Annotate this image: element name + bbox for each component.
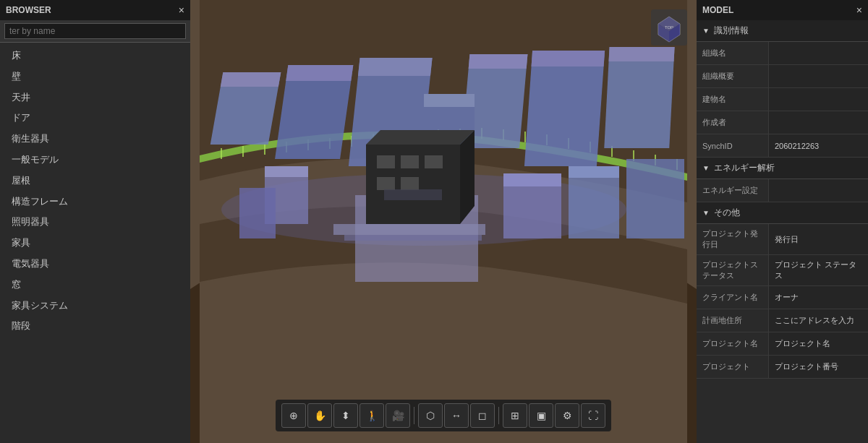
prop-label: クライアント名 (697, 286, 769, 309)
section-label: その他 (714, 207, 740, 219)
model-header: MODEL × (697, 0, 868, 20)
tree-item[interactable]: 天井 (0, 87, 190, 108)
search-box (0, 20, 190, 43)
toolbar-btn-sheets[interactable]: ▣ (529, 403, 553, 428)
prop-value[interactable]: ここにアドレスを入力 (769, 309, 868, 332)
svg-rect-53 (239, 188, 276, 238)
prop-row: プロジェクトステータスプロジェクト ステータス (697, 255, 868, 286)
svg-rect-29 (358, 58, 433, 76)
tree-item[interactable]: 家具 (0, 233, 190, 254)
prop-row: クライアント名オーナ (697, 286, 868, 309)
prop-row: 作成者 (697, 111, 868, 134)
toolbar-btn-camera[interactable]: 🎥 (386, 403, 410, 428)
tree-item[interactable]: 構造フレーム (0, 192, 190, 212)
tree-item[interactable]: ドア (0, 108, 190, 129)
prop-value[interactable] (769, 65, 868, 87)
tree-list: 床壁天井ドア衛生器具一般モデル屋根構造フレーム照明器具家具電気器具窓家具システム… (0, 43, 190, 443)
svg-rect-46 (377, 177, 395, 190)
svg-rect-47 (401, 177, 419, 190)
prop-value[interactable] (769, 88, 868, 111)
svg-rect-43 (377, 155, 395, 168)
section-header-energy[interactable]: ▼エネルギー解析 (697, 158, 868, 179)
tree-item[interactable]: 衛生器具 (0, 129, 190, 150)
bottom-toolbar: ⊕✋⬍🚶🎥⬡↔◻⊞▣⚙⛶ (276, 400, 611, 431)
toolbar-btn-model-box[interactable]: ◻ (470, 403, 495, 428)
toolbar-btn-levels[interactable]: ⊞ (503, 403, 527, 428)
prop-value[interactable] (769, 179, 868, 202)
svg-text:TOP: TOP (665, 25, 673, 30)
svg-rect-31 (469, 54, 528, 69)
svg-rect-49 (333, 224, 485, 235)
section-header-other[interactable]: ▼その他 (697, 202, 868, 224)
section-header-identification[interactable]: ▼識別情報 (697, 20, 868, 42)
toolbar-btn-pan[interactable]: ✋ (307, 403, 332, 428)
prop-label: プロジェクト (697, 356, 769, 378)
prop-value[interactable]: プロジェクト番号 (769, 356, 868, 378)
prop-label: 建物名 (697, 88, 769, 111)
prop-value[interactable] (769, 42, 868, 64)
prop-row: プロジェクト名プロジェクト名 (697, 332, 868, 356)
toolbar-btn-section-box[interactable]: ⬡ (418, 403, 443, 428)
svg-rect-52 (265, 166, 308, 177)
svg-rect-32 (524, 51, 605, 166)
search-input[interactable] (4, 23, 186, 39)
prop-value[interactable]: 2060212263 (769, 134, 868, 157)
tree-item[interactable]: 一般モデル (0, 150, 190, 171)
svg-marker-41 (366, 130, 475, 145)
prop-label: SynchID (697, 134, 769, 157)
prop-row: エネルギー設定 (697, 179, 868, 202)
svg-rect-57 (569, 166, 619, 178)
prop-row: SynchID2060212263 (697, 134, 868, 158)
scene-svg (190, 0, 697, 443)
toolbar-btn-walk[interactable]: 🚶 (359, 403, 384, 428)
prop-value[interactable] (769, 111, 868, 134)
tree-item[interactable]: 床 (0, 46, 190, 66)
tree-item[interactable]: 電気器具 (0, 254, 190, 275)
tree-item[interactable]: 壁 (0, 66, 190, 87)
toolbar-btn-orbit[interactable]: ⊕ (281, 403, 306, 428)
tree-item[interactable]: 窓 (0, 275, 190, 296)
prop-label: 組織名 (697, 42, 769, 64)
svg-rect-44 (401, 155, 419, 168)
svg-rect-45 (425, 155, 443, 168)
viewport[interactable]: TOP ⊕✋⬍🚶🎥⬡↔◻⊞▣⚙⛶ (190, 0, 697, 443)
prop-row: 組織概要 (697, 65, 868, 88)
section-arrow-icon: ▼ (702, 27, 710, 35)
toolbar-btn-zoom[interactable]: ⬍ (333, 403, 358, 428)
toolbar-btn-settings[interactable]: ⚙ (555, 403, 579, 428)
svg-rect-58 (626, 159, 684, 238)
section-label: 識別情報 (714, 25, 749, 37)
tree-item[interactable]: 家具システム (0, 296, 190, 317)
prop-label: プロジェクト発行日 (697, 224, 769, 254)
prop-label: プロジェクト名 (697, 332, 769, 355)
tree-item[interactable]: 階段 (0, 316, 190, 337)
prop-label: プロジェクトステータス (697, 255, 769, 285)
section-arrow-icon: ▼ (702, 164, 710, 172)
navigation-cube[interactable]: TOP (647, 6, 691, 49)
svg-rect-55 (503, 173, 561, 186)
svg-rect-27 (286, 65, 353, 81)
svg-rect-37 (424, 94, 475, 107)
prop-label: エネルギー設定 (697, 179, 769, 202)
prop-value[interactable]: 発行日 (769, 224, 868, 254)
toolbar-btn-measure[interactable]: ↔ (444, 403, 469, 428)
tree-item[interactable]: 屋根 (0, 171, 190, 192)
prop-value[interactable]: オーナ (769, 286, 868, 309)
browser-close-button[interactable]: × (179, 5, 184, 15)
prop-label: 組織概要 (697, 65, 769, 87)
svg-rect-25 (221, 72, 281, 87)
prop-row: 組織名 (697, 42, 868, 65)
toolbar-separator (414, 407, 414, 424)
model-title: MODEL (702, 5, 733, 15)
toolbar-btn-fullscreen[interactable]: ⛶ (581, 403, 605, 428)
svg-rect-33 (532, 51, 605, 66)
prop-value[interactable]: プロジェクト名 (769, 332, 868, 355)
prop-label: 計画地住所 (697, 309, 769, 332)
prop-row: プロジェクトプロジェクト番号 (697, 356, 868, 379)
prop-value[interactable]: プロジェクト ステータス (769, 255, 868, 285)
tree-item[interactable]: 照明器具 (0, 212, 190, 233)
model-close-button[interactable]: × (856, 5, 862, 15)
toolbar-separator (498, 407, 499, 424)
svg-rect-48 (384, 189, 442, 200)
browser-title: BROWSER (6, 5, 51, 15)
